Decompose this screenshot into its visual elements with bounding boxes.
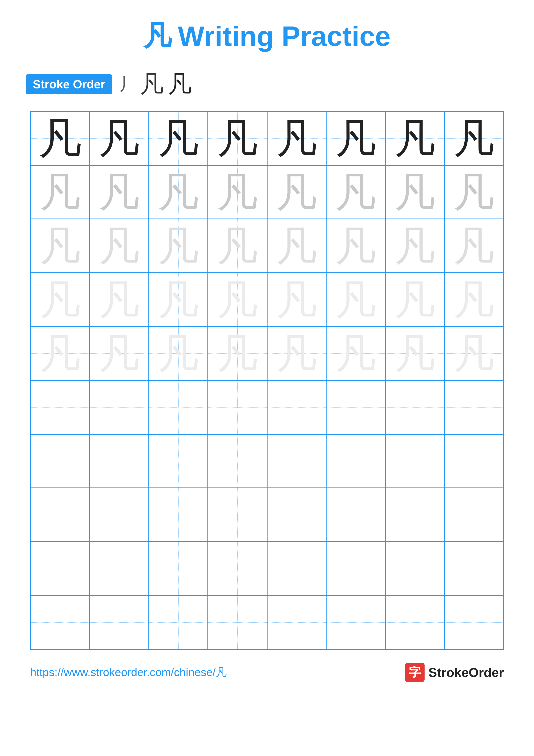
practice-char: 凡 <box>38 117 82 160</box>
practice-char: 凡 <box>217 279 258 320</box>
practice-char: 凡 <box>217 172 258 212</box>
logo-icon-char: 字 <box>409 664 421 680</box>
grid-cell[interactable] <box>267 434 326 488</box>
grid-cell[interactable] <box>267 380 326 434</box>
grid-cell[interactable] <box>208 595 267 649</box>
grid-cell: 凡 <box>89 111 149 165</box>
grid-cell[interactable] <box>385 434 445 488</box>
grid-cell[interactable] <box>149 595 208 649</box>
grid-cell: 凡 <box>445 165 504 219</box>
grid-cell[interactable] <box>149 434 208 488</box>
grid-cell[interactable] <box>267 488 326 542</box>
stroke-order-section: Stroke Order 丿 凡 凡 <box>26 68 508 100</box>
grid-cell: 凡 <box>385 273 445 327</box>
grid-cell[interactable] <box>208 380 267 434</box>
grid-cell[interactable] <box>445 488 504 542</box>
grid-cell: 凡 <box>267 165 326 219</box>
grid-cell[interactable] <box>208 434 267 488</box>
grid-cell[interactable] <box>149 380 208 434</box>
practice-char: 凡 <box>453 333 495 374</box>
grid-cell[interactable] <box>31 380 90 434</box>
grid-cell[interactable] <box>267 595 326 649</box>
practice-char: 凡 <box>158 118 199 159</box>
practice-char: 凡 <box>39 226 81 266</box>
practice-char: 凡 <box>158 333 199 374</box>
grid-cell: 凡 <box>385 165 445 219</box>
grid-cell: 凡 <box>149 327 208 380</box>
grid-cell[interactable] <box>326 595 385 649</box>
grid-cell[interactable] <box>208 542 267 596</box>
footer-logo: 字 StrokeOrder <box>405 663 504 682</box>
page-title: 凡 Writing Practice <box>143 17 391 55</box>
grid-cell: 凡 <box>385 327 445 380</box>
grid-cell[interactable] <box>445 380 504 434</box>
grid-cell: 凡 <box>326 273 385 327</box>
grid-cell: 凡 <box>445 273 504 327</box>
practice-char: 凡 <box>453 172 495 212</box>
practice-char: 凡 <box>99 118 140 159</box>
practice-char: 凡 <box>217 333 258 374</box>
grid-cell[interactable] <box>326 380 385 434</box>
grid-cell[interactable] <box>445 434 504 488</box>
practice-char: 凡 <box>217 226 258 266</box>
grid-cell[interactable] <box>385 542 445 596</box>
grid-cell[interactable] <box>385 488 445 542</box>
practice-char: 凡 <box>276 279 317 320</box>
grid-cell: 凡 <box>31 327 90 380</box>
grid-cell[interactable] <box>149 542 208 596</box>
grid-cell: 凡 <box>385 219 445 273</box>
grid-cell: 凡 <box>208 165 267 219</box>
practice-char: 凡 <box>394 226 435 266</box>
grid-cell: 凡 <box>208 327 267 380</box>
practice-char: 凡 <box>453 226 495 266</box>
practice-char: 凡 <box>394 118 435 159</box>
practice-char: 凡 <box>335 279 376 320</box>
page: 凡 Writing Practice Stroke Order 丿 凡 凡 凡凡… <box>0 0 534 756</box>
grid-cell: 凡 <box>89 327 149 380</box>
practice-char: 凡 <box>335 333 376 374</box>
grid-cell[interactable] <box>445 542 504 596</box>
practice-char: 凡 <box>335 118 376 159</box>
stroke-3: 凡 <box>168 68 192 100</box>
grid-cell[interactable] <box>385 380 445 434</box>
grid-cell[interactable] <box>31 488 90 542</box>
logo-icon: 字 <box>405 663 424 682</box>
grid-cell: 凡 <box>267 219 326 273</box>
grid-cell: 凡 <box>149 165 208 219</box>
practice-char: 凡 <box>453 118 495 159</box>
grid-cell: 凡 <box>326 327 385 380</box>
grid-cell[interactable] <box>89 434 149 488</box>
grid-cell[interactable] <box>208 488 267 542</box>
grid-cell[interactable] <box>149 488 208 542</box>
practice-char: 凡 <box>99 226 140 266</box>
grid-cell[interactable] <box>89 542 149 596</box>
grid-cell: 凡 <box>208 111 267 165</box>
practice-char: 凡 <box>276 226 317 266</box>
practice-char: 凡 <box>158 226 199 266</box>
grid-cell[interactable] <box>445 595 504 649</box>
grid-cell[interactable] <box>31 434 90 488</box>
grid-cell[interactable] <box>31 542 90 596</box>
practice-char: 凡 <box>276 333 317 374</box>
grid-cell: 凡 <box>89 273 149 327</box>
grid-cell: 凡 <box>208 273 267 327</box>
grid-cell[interactable] <box>89 380 149 434</box>
grid-cell: 凡 <box>445 219 504 273</box>
practice-char: 凡 <box>39 333 81 374</box>
grid-cell[interactable] <box>385 595 445 649</box>
grid-cell[interactable] <box>326 488 385 542</box>
footer-url[interactable]: https://www.strokeorder.com/chinese/凡 <box>30 665 227 680</box>
grid-cell[interactable] <box>326 542 385 596</box>
grid-cell: 凡 <box>326 165 385 219</box>
grid-cell[interactable] <box>31 595 90 649</box>
grid-cell[interactable] <box>89 488 149 542</box>
grid-cell: 凡 <box>149 219 208 273</box>
grid-cell[interactable] <box>89 595 149 649</box>
practice-char: 凡 <box>453 279 495 320</box>
grid-cell[interactable] <box>267 542 326 596</box>
logo-text: StrokeOrder <box>428 665 504 680</box>
practice-char: 凡 <box>394 172 435 212</box>
grid-cell: 凡 <box>149 111 208 165</box>
grid-cell[interactable] <box>326 434 385 488</box>
grid-cell: 凡 <box>31 219 90 273</box>
